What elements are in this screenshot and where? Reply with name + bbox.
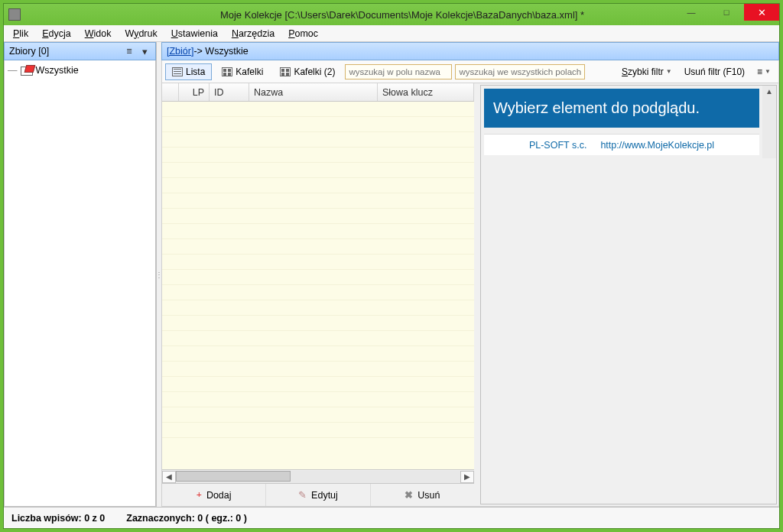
clear-filter-button[interactable]: Usuń filtr (F10) — [680, 66, 749, 77]
preview-banner: Wybierz element do podglądu. — [484, 89, 759, 128]
search-all-input[interactable] — [455, 64, 585, 79]
delete-button[interactable]: ✖ Usuń — [371, 484, 474, 506]
grid-body[interactable] — [162, 102, 474, 469]
menu-view[interactable]: Widok — [80, 27, 116, 41]
preview-url-link[interactable]: http://www.MojeKolekcje.pl — [600, 140, 714, 151]
breadcrumb-rest: -> Wszystkie — [193, 46, 248, 57]
scroll-thumb[interactable] — [176, 471, 291, 482]
edit-button[interactable]: ✎ Edytuj — [266, 484, 370, 506]
edit-label: Edytuj — [311, 490, 338, 501]
breadcrumb: [Zbiór] -> Wszystkie — [161, 42, 779, 60]
tree-node-all[interactable]: — Wszystkie — [8, 65, 152, 76]
sidebar: Zbiory [0] ≡ ▾ — Wszystkie — [4, 42, 157, 507]
content-panel: [Zbiór] -> Wszystkie Lista Kafelki Kafel… — [161, 42, 779, 507]
view-list-label: Lista — [186, 66, 205, 77]
tree-node-label: Wszystkie — [36, 65, 79, 76]
view-list-button[interactable]: Lista — [165, 63, 212, 80]
content-split: LP ID Nazwa Słowa klucz ◀ — [161, 83, 779, 507]
collection-tree: — Wszystkie — [4, 60, 156, 507]
chevron-down-icon: ▼ — [765, 68, 771, 75]
status-count: Liczba wpisów: 0 z 0 — [11, 513, 105, 524]
view-toolbar: Lista Kafelki Kafelki (2) Szybki filtr▼ — [161, 60, 779, 83]
view-tiles-label: Kafelki — [236, 66, 263, 77]
add-button[interactable]: + Dodaj — [162, 484, 266, 506]
window-buttons: — □ ✕ — [674, 4, 779, 21]
sidebar-dropdown-icon[interactable]: ▾ — [138, 46, 151, 57]
preview-company-link[interactable]: PL-SOFT s.c. — [529, 140, 586, 151]
view-tiles2-button[interactable]: Kafelki (2) — [273, 63, 342, 80]
vertical-splitter-center[interactable] — [474, 83, 479, 506]
toolbar-menu-button[interactable]: ≡ ▼ — [752, 66, 775, 77]
app-window: Moje Kolekcje [C:\Users\Darek\Documents\… — [3, 3, 780, 529]
maximize-button[interactable]: □ — [709, 4, 744, 21]
menu-file[interactable]: Plik — [8, 27, 33, 41]
plus-icon: + — [197, 489, 202, 501]
title-bar: Moje Kolekcje [C:\Users\Darek\Documents\… — [4, 4, 779, 25]
grid-panel: LP ID Nazwa Słowa klucz ◀ — [162, 83, 474, 506]
folder-icon — [21, 66, 33, 75]
grid-header-lp[interactable]: LP — [179, 83, 210, 101]
tree-connector: — — [8, 65, 18, 76]
grid-header-blank1[interactable] — [162, 83, 179, 101]
list-icon — [172, 67, 183, 76]
app-icon — [8, 8, 21, 21]
edit-icon: ✎ — [298, 489, 307, 501]
scroll-track[interactable] — [176, 471, 460, 483]
grid-header-keywords[interactable]: Słowa klucz — [378, 83, 474, 101]
menu-settings[interactable]: Ustawienia — [167, 27, 223, 41]
menu-edit[interactable]: Edycja — [37, 27, 76, 41]
scroll-right-icon[interactable]: ▶ — [460, 471, 474, 483]
delete-label: Usuń — [417, 490, 440, 501]
add-label: Dodaj — [206, 490, 232, 501]
tiles-icon — [222, 67, 232, 76]
menu-bar: Plik Edycja Widok Wydruk Ustawienia Narz… — [4, 25, 779, 42]
status-selected: Zaznaczonych: 0 ( egz.: 0 ) — [126, 513, 247, 524]
search-name-input[interactable] — [345, 64, 452, 79]
grid-header-name[interactable]: Nazwa — [249, 83, 378, 101]
chevron-down-icon: ▼ — [666, 68, 672, 75]
delete-icon: ✖ — [404, 489, 413, 501]
main-area: Zbiory [0] ≡ ▾ — Wszystkie [Zbiór] -> Ws… — [4, 42, 779, 507]
quick-filter-button[interactable]: Szybki filtr▼ — [617, 66, 677, 77]
grid-header-id[interactable]: ID — [210, 83, 249, 101]
scroll-left-icon[interactable]: ◀ — [162, 471, 176, 483]
sidebar-header-label: Zbiory [0] — [9, 46, 49, 57]
view-tiles-button[interactable]: Kafelki — [215, 63, 270, 80]
scroll-up-icon[interactable]: ▲ — [765, 87, 773, 96]
status-bar: Liczba wpisów: 0 z 0 Zaznaczonych: 0 ( e… — [4, 507, 779, 528]
preview-vertical-scrollbar[interactable]: ▲ — [762, 86, 776, 158]
tiles2-icon — [280, 67, 291, 76]
view-tiles2-label: Kafelki (2) — [294, 66, 335, 77]
action-bar: + Dodaj ✎ Edytuj ✖ Usuń — [162, 483, 474, 506]
preview-panel: Wybierz element do podglądu. PL-SOFT s.c… — [480, 85, 777, 504]
breadcrumb-link[interactable]: [Zbiór] — [167, 46, 193, 57]
sidebar-menu-icon[interactable]: ≡ — [123, 46, 135, 57]
preview-footer: PL-SOFT s.c. http://www.MojeKolekcje.pl — [484, 134, 759, 155]
window-title: Moje Kolekcje [C:\Users\Darek\Documents\… — [25, 9, 779, 21]
minimize-button[interactable]: — — [674, 4, 709, 21]
grid-header: LP ID Nazwa Słowa klucz — [162, 83, 474, 102]
horizontal-scrollbar[interactable]: ◀ ▶ — [162, 469, 474, 483]
sidebar-header: Zbiory [0] ≡ ▾ — [4, 42, 156, 60]
clear-filter-label: Usuń filtr (F10) — [684, 66, 745, 77]
menu-help[interactable]: Pomoc — [284, 27, 323, 41]
menu-print[interactable]: Wydruk — [120, 27, 161, 41]
menu-tools[interactable]: Narzędzia — [227, 27, 279, 41]
close-button[interactable]: ✕ — [744, 4, 779, 21]
